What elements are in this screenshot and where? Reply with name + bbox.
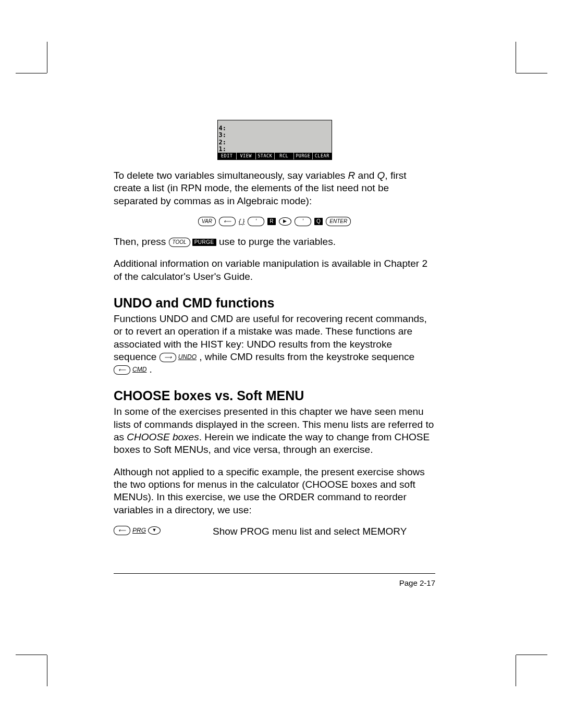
softmenu-item: PURGE <box>294 153 313 159</box>
tick-key: ′ <box>248 217 264 226</box>
enter-key: ENTER <box>326 217 351 226</box>
paragraph: Although not applied to a specific examp… <box>114 466 435 516</box>
crop-mark <box>16 655 47 655</box>
soft-r-key: R <box>267 218 276 225</box>
step-row: ⟵ PRG Show PROG menu list and select MEM… <box>114 526 435 537</box>
softmenu-item: EDIT <box>218 153 237 159</box>
softmenu-item: VIEW <box>237 153 256 159</box>
step-description: Show PROG menu list and select MEMORY <box>213 526 407 537</box>
calculator-screen: 4: 3: 2: 1: EDIT VIEW STACK RCL PURGE CL… <box>217 120 332 160</box>
brace-label: { } <box>239 218 244 225</box>
cmd-label: CMD <box>132 366 146 374</box>
crop-mark <box>516 73 547 73</box>
stack-line: 3: <box>219 132 331 139</box>
crop-mark <box>516 655 516 686</box>
soft-q-key: Q <box>314 218 323 225</box>
page: 4: 3: 2: 1: EDIT VIEW STACK RCL PURGE CL… <box>0 0 563 728</box>
paragraph: To delete two variables simultaneously, … <box>114 169 435 207</box>
heading-choose-vs-softmenu: CHOOSE boxes vs. Soft MENU <box>114 388 435 403</box>
crop-mark <box>47 655 47 686</box>
stack-line: 2: <box>219 139 331 146</box>
softmenu-item: CLEAR <box>313 153 332 159</box>
purge-softkey: PURGE <box>192 239 216 246</box>
stack-line: 4: <box>219 125 331 132</box>
paragraph: In some of the exercises presented in th… <box>114 405 435 456</box>
stack-line: 1: <box>219 146 331 153</box>
tool-key: TOOL <box>169 238 190 247</box>
heading-undo-cmd: UNDO and CMD functions <box>114 295 435 311</box>
softmenu-item: RCL <box>275 153 294 159</box>
tick-key: ′ <box>295 217 311 226</box>
var-key: VAR <box>198 217 216 226</box>
left-shift-key: ⟵ <box>114 526 130 535</box>
paragraph: Additional information on variable manip… <box>114 257 435 283</box>
prg-label: PRG <box>132 527 146 534</box>
left-shift-key: ⟵ <box>114 365 130 375</box>
key-sequence: VAR ⟵ { } ′ R ′ Q ENTER <box>114 217 435 226</box>
page-number: Page 2-17 <box>399 578 435 587</box>
right-arrow-key <box>279 217 291 226</box>
crop-mark <box>16 73 47 73</box>
crop-mark <box>516 42 516 73</box>
footer-rule <box>114 573 435 574</box>
crop-mark <box>47 42 47 73</box>
softmenu-item: STACK <box>256 153 275 159</box>
calc-stack: 4: 3: 2: 1: <box>218 120 332 153</box>
down-arrow-key <box>148 526 161 535</box>
paragraph: Functions UNDO and CMD are useful for re… <box>114 313 435 376</box>
main-content: 4: 3: 2: 1: EDIT VIEW STACK RCL PURGE CL… <box>114 120 435 537</box>
crop-mark <box>516 655 547 655</box>
undo-label: UNDO <box>178 353 197 361</box>
paragraph: Then, press TOOL PURGE use to purge the … <box>114 236 435 248</box>
calc-softmenu: EDIT VIEW STACK RCL PURGE CLEAR <box>218 153 332 159</box>
left-shift-key: ⟵ <box>219 217 236 226</box>
right-shift-key: ⟶ <box>160 353 176 362</box>
